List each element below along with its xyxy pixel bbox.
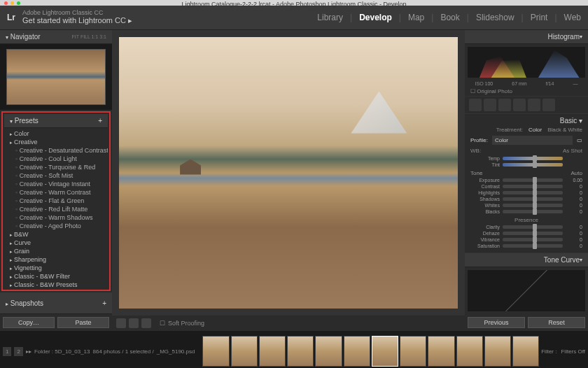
preset-item[interactable]: Creative - Cool Light (7, 155, 105, 163)
whites-slider[interactable] (503, 204, 563, 207)
histogram-header[interactable]: Histogram ▾ (465, 30, 588, 44)
paste-button[interactable]: Paste (57, 317, 109, 328)
preset-item[interactable]: Creative - Soft Mist (7, 171, 105, 180)
gradient-tool-icon[interactable] (513, 99, 526, 111)
spot-tool-icon[interactable] (484, 99, 496, 111)
thumb-selected[interactable] (372, 336, 398, 367)
tint-slider[interactable] (503, 163, 563, 167)
photo-canvas[interactable] (119, 37, 458, 309)
grid-icon[interactable] (141, 318, 151, 328)
navigator-header[interactable]: ▾ Navigator FIT FILL 1:1 3:1 (0, 30, 112, 44)
original-photo-toggle[interactable]: ☐ Original Photo (465, 87, 588, 97)
copy-button[interactable]: Copy… (3, 317, 55, 328)
tonecurve-header[interactable]: Tone Curve ▾ (465, 253, 588, 267)
preset-item[interactable]: Creative - Warm Shadows (7, 213, 105, 222)
presets-tree: Color Creative Creative - Desaturated Co… (4, 128, 108, 291)
crop-tool-icon[interactable] (469, 99, 482, 111)
preset-group[interactable]: Vignetting (7, 264, 105, 272)
histogram-aperture: f/14 (546, 81, 554, 86)
histogram[interactable] (468, 47, 585, 78)
module-develop[interactable]: Develop (359, 13, 392, 22)
preset-group[interactable]: Sharpening (7, 255, 105, 264)
thumb[interactable] (512, 336, 539, 367)
preset-group[interactable]: B&W (7, 230, 105, 239)
filmstrip-folder[interactable]: Folder : 5D_10_03_13 (34, 348, 90, 355)
thumb[interactable] (202, 336, 229, 367)
thumb[interactable] (344, 336, 370, 367)
preset-item[interactable]: Creative - Vintage Instant (7, 180, 105, 188)
redeye-tool-icon[interactable] (498, 99, 511, 111)
navigator-zoom-modes[interactable]: FIT FILL 1:1 3:1 (72, 34, 106, 39)
module-library[interactable]: Library (317, 13, 343, 22)
contrast-slider[interactable] (503, 185, 563, 188)
exposure-slider[interactable] (503, 178, 563, 182)
profile-browser-icon[interactable]: ▭ (577, 137, 582, 143)
wb-select[interactable]: As Shot (563, 148, 582, 154)
close-icon[interactable] (4, 1, 8, 5)
blacks-slider[interactable] (503, 210, 563, 213)
grid-view-icon[interactable]: 1 (3, 347, 11, 356)
preset-group-creative[interactable]: Creative (7, 138, 105, 146)
profile-select[interactable]: Color (492, 136, 573, 145)
preset-group[interactable]: Classic - B&W Presets (7, 281, 105, 289)
preset-group-color[interactable]: Color (7, 129, 105, 138)
auto-tone-button[interactable]: Auto (571, 170, 582, 176)
photo-content (180, 160, 201, 175)
tool-strip (465, 97, 588, 114)
module-web[interactable]: Web (564, 13, 581, 22)
treatment-bw[interactable]: Black & White (547, 127, 582, 133)
preset-item[interactable]: Creative - Red Lift Matte (7, 205, 105, 213)
preset-group[interactable]: Curve (7, 239, 105, 247)
module-slideshow[interactable]: Slideshow (476, 13, 514, 22)
preset-group[interactable]: Grain (7, 247, 105, 255)
thumb[interactable] (259, 336, 286, 367)
before-after-icon[interactable] (129, 318, 139, 328)
treatment-color[interactable]: Color (528, 127, 542, 133)
histogram-focal: 67 mm (512, 81, 526, 86)
minimize-icon[interactable] (10, 1, 14, 5)
right-panel: Histogram ▾ ISO 100 67 mm f/14 — ☐ Origi… (465, 30, 588, 331)
soft-proofing-toggle[interactable]: Soft Proofing (168, 320, 204, 327)
shadows-slider[interactable] (503, 197, 563, 201)
navigator-preview[interactable] (0, 44, 112, 110)
zoom-icon[interactable] (17, 1, 20, 5)
filmstrip-count: 864 photos / 1 selected / (93, 348, 154, 355)
secondary-display-icon[interactable]: 2 (14, 347, 22, 356)
module-print[interactable]: Print (531, 13, 548, 22)
thumb[interactable] (400, 336, 426, 367)
radial-tool-icon[interactable] (528, 99, 540, 111)
preset-item[interactable]: Creative - Aged Photo (7, 222, 105, 230)
thumb[interactable] (315, 336, 342, 367)
dehaze-slider[interactable] (503, 232, 563, 235)
thumb[interactable] (287, 336, 314, 367)
tone-curve[interactable] (468, 270, 585, 311)
preset-item[interactable]: Creative - Warm Contrast (7, 188, 105, 197)
thumb[interactable] (231, 336, 258, 367)
module-map[interactable]: Map (408, 13, 424, 22)
highlights-slider[interactable] (503, 191, 563, 194)
preset-group[interactable]: Classic - B&W Filter (7, 272, 105, 281)
filmstrip-thumbs (202, 336, 539, 367)
module-book[interactable]: Book (440, 13, 459, 22)
reset-button[interactable]: Reset (528, 317, 585, 328)
clarity-slider[interactable] (503, 225, 563, 229)
previous-button[interactable]: Previous (468, 317, 525, 328)
loupe-view-icon[interactable] (116, 318, 126, 328)
saturation-slider[interactable] (503, 244, 563, 248)
temp-slider[interactable] (503, 157, 563, 160)
preset-group[interactable]: Classic - B&W Toned (7, 289, 105, 291)
thumb[interactable] (428, 336, 454, 367)
snapshots-header[interactable]: ▸ Snapshots+ (0, 292, 112, 314)
preset-item[interactable]: Creative - Turquoise & Red (7, 163, 105, 171)
filmstrip: 1 2 ▸▸ Folder : 5D_10_03_13 864 photos /… (0, 331, 588, 368)
presets-header[interactable]: ▾ Presets+ (4, 114, 108, 128)
brush-tool-icon[interactable] (542, 99, 555, 111)
preset-item[interactable]: Creative - Flat & Green (7, 197, 105, 205)
filmstrip-filename: _MG_5190.psd (157, 348, 195, 355)
thumb[interactable] (456, 336, 483, 367)
thumb[interactable] (484, 336, 511, 367)
filters-off-button[interactable]: Filters Off (561, 348, 585, 355)
preset-item[interactable]: Creative - Desaturated Contrast (7, 146, 105, 155)
vibrance-slider[interactable] (503, 238, 563, 241)
app-getting-started[interactable]: Get started with Lightroom CC ▸ (22, 16, 132, 25)
